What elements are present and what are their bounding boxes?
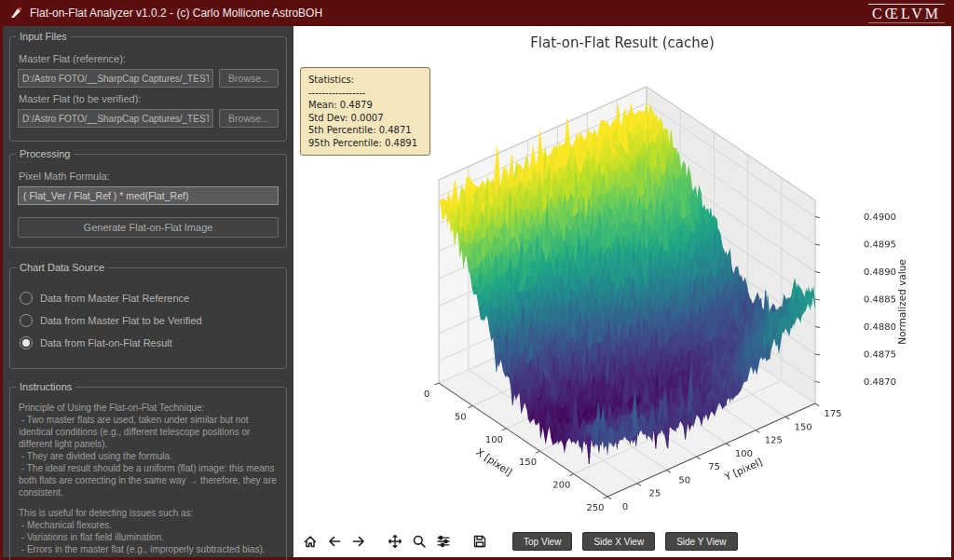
group-chart-data-source: Chart Data Source Data from Master Flat … [9, 267, 287, 369]
side-y-view-button[interactable]: Side Y View [665, 532, 737, 551]
forward-icon [351, 534, 366, 549]
plot-title: Flat-on-Flat Result (cache) [293, 34, 951, 51]
app-icon [9, 7, 22, 20]
verified-path-input[interactable] [18, 109, 213, 128]
stats-line: Statistics: [308, 74, 422, 87]
instruction-line: This is useful for detecting issues such… [19, 507, 278, 519]
group-title-instructions: Instructions [16, 381, 75, 392]
radio-label: Data from Master Flat to be Verified [40, 315, 202, 326]
stats-box: Statistics: ----------------- Mean: 0.48… [300, 67, 430, 156]
reference-flat-row: Browse... [18, 69, 279, 88]
browse-reference-button[interactable]: Browse... [219, 69, 279, 88]
radio-row-flat-on-flat-result[interactable]: Data from Flat-on-Flat Result [20, 336, 277, 349]
group-instructions: Instructions Principle of Using the Flat… [9, 387, 287, 560]
reference-flat-label: Master Flat (reference): [19, 53, 278, 64]
main-panel: Flat-on-Flat Result (cache) Statistics: … [293, 26, 951, 557]
app-window: Flat-on-Flat Analyzer v1.0.2 - (c) Carlo… [0, 0, 954, 560]
pan-button[interactable] [385, 531, 405, 552]
title-bar: Flat-on-Flat Analyzer v1.0.2 - (c) Carlo… [0, 0, 954, 26]
generate-flat-on-flat-button[interactable]: Generate Flat-on-Flat Image [18, 217, 279, 238]
radio-button-icon[interactable] [20, 314, 33, 327]
stats-line: 95th Percentile: 0.4891 [308, 137, 422, 150]
instruction-line: - Two master flats are used, taken under… [19, 414, 278, 450]
group-processing: Processing Pixel Math Formula: Generate … [9, 154, 287, 248]
radio-row-master-flat-verified[interactable]: Data from Master Flat to be Verified [20, 314, 277, 327]
instructions-text: Principle of Using the Flat-on-Flat Tech… [18, 402, 279, 555]
stats-line: ----------------- [308, 87, 422, 100]
radio-label: Data from Master Flat Reference [40, 293, 189, 304]
brand-logo: CŒLVM [868, 4, 945, 23]
stats-line: Mean: 0.4879 [308, 99, 422, 112]
back-button[interactable] [324, 531, 345, 552]
reference-path-input[interactable] [18, 69, 213, 88]
plot-toolbar: Top View Side X View Side Y View [293, 526, 951, 557]
browse-verified-button[interactable]: Browse... [219, 109, 279, 128]
home-button[interactable] [300, 531, 320, 552]
verified-flat-label: Master Flat (to be verified): [19, 93, 278, 104]
stats-line: 5th Percentile: 0.4871 [308, 124, 422, 137]
group-title-processing: Processing [16, 148, 74, 159]
instruction-line: - Errors in the master flat (e.g., impro… [19, 543, 278, 555]
stats-line: Std Dev: 0.0007 [308, 112, 422, 125]
home-icon [303, 534, 318, 549]
radio-button-icon[interactable] [20, 292, 33, 305]
zoom-icon [412, 534, 427, 549]
radio-row-master-flat-reference[interactable]: Data from Master Flat Reference [20, 292, 277, 305]
sidebar: Input Files Master Flat (reference): Bro… [3, 26, 293, 557]
save-icon [472, 534, 487, 549]
group-input-files: Input Files Master Flat (reference): Bro… [9, 36, 287, 142]
instruction-line: - They are divided using the formula. [19, 450, 278, 462]
zoom-button[interactable] [409, 531, 429, 552]
instruction-line [19, 499, 278, 507]
configure-subplots-button[interactable] [433, 531, 454, 552]
instruction-line: Principle of Using the Flat-on-Flat Tech… [19, 402, 278, 414]
pan-icon [388, 534, 402, 549]
group-title-input-files: Input Files [16, 31, 71, 42]
back-icon [327, 534, 342, 549]
window-title: Flat-on-Flat Analyzer v1.0.2 - (c) Carlo… [30, 7, 322, 20]
instruction-line: - Variations in flat field illumination. [19, 531, 278, 543]
top-view-button[interactable]: Top View [512, 532, 572, 551]
radio-label: Data from Flat-on-Flat Result [40, 337, 172, 348]
verified-flat-row: Browse... [18, 109, 279, 128]
save-button[interactable] [470, 531, 490, 552]
instruction-line: - Mechanical flexures. [19, 519, 278, 531]
group-title-chart-source: Chart Data Source [16, 262, 108, 273]
window-content: Input Files Master Flat (reference): Bro… [3, 26, 951, 557]
forward-button[interactable] [348, 531, 369, 552]
formula-label: Pixel Math Formula: [19, 171, 278, 182]
side-x-view-button[interactable]: Side X View [582, 532, 655, 551]
radio-button-icon[interactable] [20, 336, 33, 349]
configure-subplots-icon [436, 534, 451, 549]
instruction-line: - The ideal result should be a uniform (… [19, 462, 278, 499]
formula-input[interactable] [18, 186, 279, 205]
